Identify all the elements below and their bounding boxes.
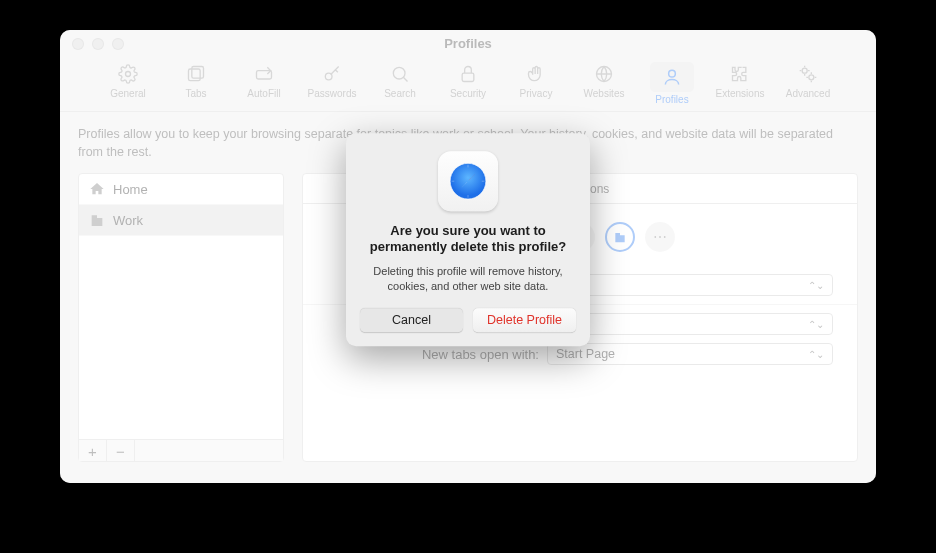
delete-profile-dialog: Are you sure you want to permanently del… [346,133,590,346]
dialog-title: Are you sure you want to permanently del… [360,223,576,257]
safari-icon [438,151,498,211]
cancel-button[interactable]: Cancel [360,308,463,332]
delete-profile-button[interactable]: Delete Profile [473,308,576,332]
dialog-body: Deleting this profile will remove histor… [360,264,576,294]
preferences-window: Profiles General Tabs AutoFill Passwords… [60,30,876,483]
